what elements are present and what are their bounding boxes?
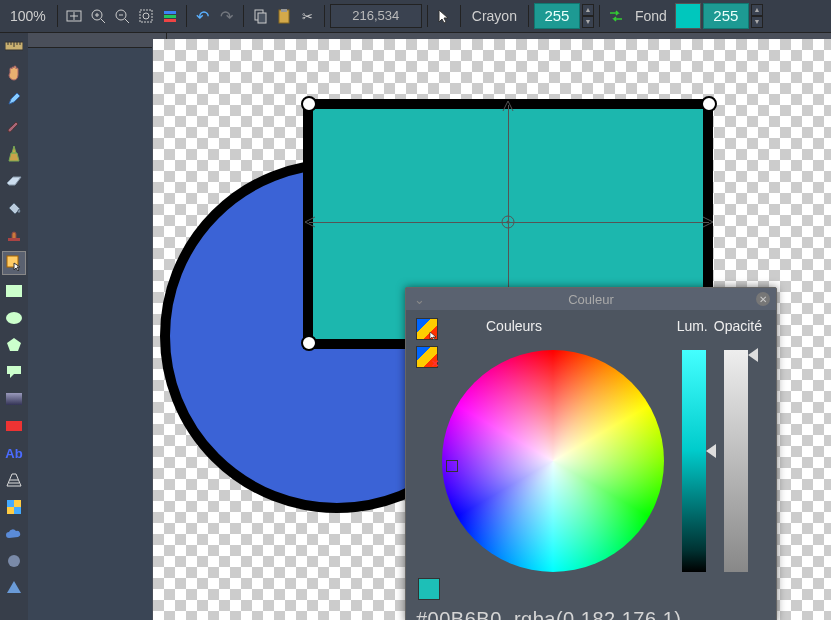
zoom-in-icon[interactable]	[87, 5, 109, 27]
arrow-right-icon	[701, 215, 715, 229]
color-wheel[interactable]	[442, 350, 664, 572]
fit-icon[interactable]	[63, 5, 85, 27]
background-opacity-field[interactable]: 255	[703, 3, 749, 29]
zoom-level[interactable]: 100%	[4, 8, 52, 24]
dialog-close-icon[interactable]: ✕	[756, 292, 770, 306]
stamp-icon[interactable]	[3, 224, 25, 246]
handle-bottom-left[interactable]	[301, 335, 317, 351]
cut-icon[interactable]: ✂	[297, 5, 319, 27]
smudge-icon[interactable]	[3, 550, 25, 572]
arrow-up-icon	[501, 99, 515, 113]
palette-button[interactable]	[416, 318, 438, 340]
current-color-swatch[interactable]	[418, 578, 440, 600]
eyedropper-icon[interactable]	[3, 89, 25, 111]
broom-icon[interactable]	[3, 143, 25, 165]
shape3d-icon[interactable]	[3, 577, 25, 599]
puzzle-icon[interactable]	[3, 496, 25, 518]
svg-rect-13	[8, 238, 20, 241]
bucket-icon[interactable]	[3, 197, 25, 219]
current-tool-name: Crayon	[466, 8, 523, 24]
svg-rect-22	[14, 507, 21, 514]
dialog-titlebar[interactable]: ⌄ Couleur ✕	[406, 288, 776, 310]
dialog-title: Couleur	[568, 292, 614, 307]
selection-center-icon[interactable]	[500, 214, 516, 230]
luminosity-label: Lum.	[677, 318, 708, 334]
svg-rect-9	[258, 13, 266, 23]
dialog-collapse-icon[interactable]: ⌄	[414, 292, 425, 307]
rect-shape-icon[interactable]	[3, 280, 25, 302]
svg-rect-11	[281, 9, 287, 12]
svg-point-16	[6, 312, 22, 324]
svg-rect-6	[164, 15, 176, 18]
handle-top-left[interactable]	[301, 96, 317, 112]
text-tool-icon[interactable]: Ab	[3, 442, 25, 464]
color-dialog: ⌄ Couleur ✕ Couleurs Lum. Opacité	[405, 287, 777, 620]
svg-point-23	[8, 555, 20, 567]
svg-rect-5	[164, 11, 176, 14]
opacity-handle-icon[interactable]	[748, 348, 758, 362]
redo-icon[interactable]: ↷	[216, 5, 238, 27]
color-hex: #00B6B0	[416, 608, 502, 620]
zoom-region-icon[interactable]	[135, 5, 157, 27]
copy-icon[interactable]	[249, 5, 271, 27]
pan-hand-icon[interactable]	[3, 62, 25, 84]
palette-remove-button[interactable]	[416, 346, 438, 368]
polygon-shape-icon[interactable]	[3, 334, 25, 356]
top-toolbar: 100% ↶ ↷ ✂ 216,534 Crayon 255 ▲▼ Fond 25…	[0, 0, 831, 33]
colors-label: Couleurs	[486, 318, 542, 334]
color-wheel-indicator[interactable]	[446, 460, 458, 472]
bg-opacity-spinner[interactable]: ▲▼	[751, 4, 763, 28]
tool-sidebar: Ab	[0, 33, 28, 620]
swap-colors-icon[interactable]	[605, 5, 627, 27]
svg-point-27	[507, 221, 510, 224]
foreground-opacity-field[interactable]: 255	[534, 3, 580, 29]
svg-rect-20	[14, 500, 21, 507]
svg-rect-3	[140, 10, 152, 22]
undo-icon[interactable]: ↶	[192, 5, 214, 27]
svg-rect-7	[164, 19, 176, 22]
cloud-icon[interactable]	[3, 523, 25, 545]
handle-top-right[interactable]	[701, 96, 717, 112]
svg-rect-17	[6, 393, 22, 405]
speech-shape-icon[interactable]	[3, 361, 25, 383]
svg-rect-18	[6, 421, 22, 431]
color-readout: #00B6B0 rgba(0,182,176,1)	[416, 608, 766, 620]
svg-rect-15	[6, 285, 22, 297]
canvas-viewport: ⌄ Couleur ✕ Couleurs Lum. Opacité	[28, 33, 831, 620]
gradient-icon[interactable]	[3, 388, 25, 410]
arrow-left-icon	[303, 215, 317, 229]
color-rgba: rgba(0,182,176,1)	[514, 608, 682, 620]
solid-fill-icon[interactable]	[3, 415, 25, 437]
brush-icon[interactable]	[3, 116, 25, 138]
cursor-coordinates: 216,534	[330, 4, 422, 28]
svg-point-4	[143, 13, 149, 19]
paste-icon[interactable]	[273, 5, 295, 27]
luminosity-slider[interactable]	[682, 350, 706, 572]
selection-tool-icon[interactable]	[2, 251, 26, 275]
opacity-label: Opacité	[714, 318, 762, 334]
cursor-icon[interactable]	[433, 5, 455, 27]
ellipse-shape-icon[interactable]	[3, 307, 25, 329]
eraser-icon[interactable]	[3, 170, 25, 192]
opacity-slider[interactable]	[724, 350, 748, 572]
background-color-swatch[interactable]	[675, 3, 701, 29]
luminosity-handle-icon[interactable]	[706, 444, 716, 458]
ruler-tool-icon[interactable]	[3, 35, 25, 57]
svg-rect-19	[7, 500, 14, 507]
zoom-out-icon[interactable]	[111, 5, 133, 27]
background-label: Fond	[629, 8, 673, 24]
perspective-icon[interactable]	[3, 469, 25, 491]
fg-opacity-spinner[interactable]: ▲▼	[582, 4, 594, 28]
svg-rect-21	[7, 507, 14, 514]
layers-icon[interactable]	[159, 5, 181, 27]
